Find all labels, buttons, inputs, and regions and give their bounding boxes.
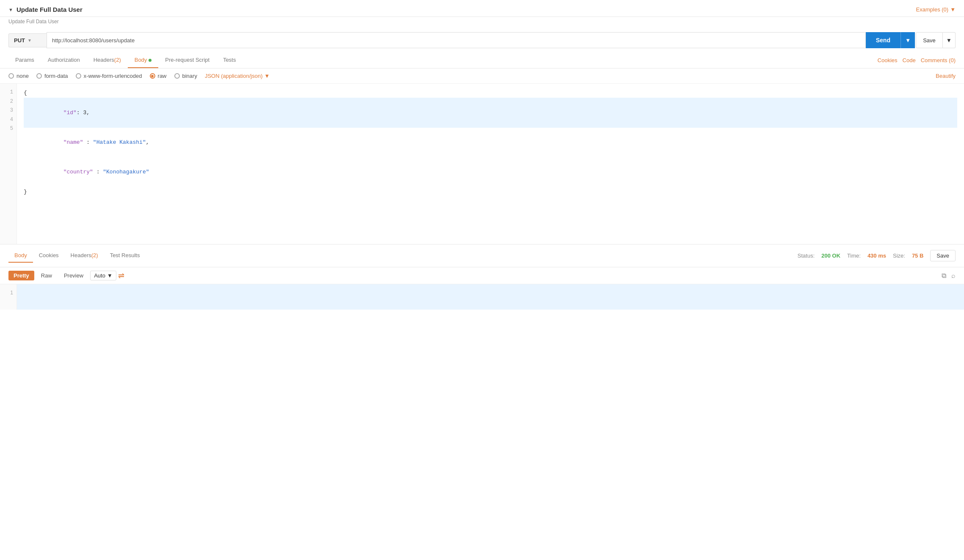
status-value: 200 OK — [821, 253, 840, 259]
radio-binary-circle — [174, 73, 180, 79]
save-dropdown-button[interactable]: ▼ — [943, 32, 956, 48]
response-body: 1 — [0, 284, 964, 310]
response-line-numbers: 1 — [0, 284, 17, 310]
collapse-arrow-icon[interactable]: ▼ — [8, 7, 13, 12]
resp-tab-test-results[interactable]: Test Results — [104, 249, 146, 263]
response-save-button[interactable]: Save — [930, 250, 956, 261]
tab-tests[interactable]: Tests — [216, 52, 242, 68]
code-line-5: } — [24, 187, 957, 197]
tab-params[interactable]: Params — [8, 52, 41, 68]
request-title-row: ▼ Update Full Data User — [8, 6, 83, 13]
response-format-right: ⧉ ⌕ — [942, 272, 956, 280]
response-code-content[interactable] — [17, 284, 964, 310]
code-link[interactable]: Code — [903, 57, 916, 63]
comments-link[interactable]: Comments (0) — [921, 57, 956, 63]
resp-tab-body[interactable]: Body — [8, 249, 33, 263]
code-content[interactable]: { "id": 3, "name" : "Hatake Kakashi", "c… — [17, 84, 964, 244]
resp-tab-headers[interactable]: Headers(2) — [65, 249, 104, 263]
tab-body[interactable]: Body — [128, 52, 159, 68]
code-line-4: "country" : "Konohagakure" — [24, 157, 957, 187]
send-btn-group: Send ▼ — [866, 32, 915, 48]
radio-raw[interactable]: raw — [150, 73, 167, 79]
cookies-link[interactable]: Cookies — [878, 57, 898, 63]
wrap-icon[interactable]: ⇌ — [118, 271, 124, 280]
method-select[interactable]: PUT ▼ — [8, 33, 47, 47]
response-tabs: Body Cookies Headers(2) Test Results — [8, 249, 146, 263]
tab-headers[interactable]: Headers(2) — [87, 52, 128, 68]
code-editor: 1 2 3 4 5 { "id": 3, "name" : "Hatake Ka… — [0, 84, 964, 244]
dropdown-arrow-icon: ▼ — [950, 6, 956, 13]
time-label: Time: — [847, 253, 861, 259]
request-title: Update Full Data User — [17, 6, 83, 13]
radio-form-data-circle — [36, 73, 42, 79]
send-button[interactable]: Send — [866, 32, 901, 48]
body-type-row: none form-data x-www-form-urlencoded raw… — [0, 69, 964, 84]
radio-urlencoded-circle — [76, 73, 81, 79]
method-label: PUT — [14, 37, 25, 44]
examples-button[interactable]: Examples (0) ▼ — [916, 6, 956, 13]
body-types: none form-data x-www-form-urlencoded raw… — [8, 73, 270, 79]
response-format-row: Pretty Raw Preview Auto ▼ ⇌ ⧉ ⌕ — [0, 267, 964, 284]
radio-none-circle — [8, 73, 14, 79]
status-label: Status: — [798, 253, 815, 259]
code-line-1: { — [24, 88, 957, 98]
save-button[interactable]: Save — [916, 32, 943, 48]
request-subtitle: Update Full Data User — [0, 17, 964, 28]
format-pretty-button[interactable]: Pretty — [8, 271, 34, 280]
auto-format-select[interactable]: Auto ▼ — [90, 271, 116, 280]
radio-form-data[interactable]: form-data — [36, 73, 68, 79]
format-preview-button[interactable]: Preview — [59, 271, 88, 280]
request-tabs-row: Params Authorization Headers(2) Body Pre… — [0, 52, 964, 69]
format-raw-button[interactable]: Raw — [36, 271, 57, 280]
radio-raw-circle — [150, 73, 155, 79]
resp-tab-cookies[interactable]: Cookies — [33, 249, 65, 263]
radio-binary[interactable]: binary — [174, 73, 197, 79]
radio-none[interactable]: none — [8, 73, 29, 79]
radio-urlencoded[interactable]: x-www-form-urlencoded — [76, 73, 142, 79]
time-value: 430 ms — [868, 253, 886, 259]
response-header: Body Cookies Headers(2) Test Results Sta… — [0, 244, 964, 267]
code-line-2: "id": 3, — [24, 98, 957, 127]
send-dropdown-button[interactable]: ▼ — [901, 32, 915, 48]
request-header: ▼ Update Full Data User Examples (0) ▼ — [0, 0, 964, 17]
json-type-select[interactable]: JSON (application/json) ▼ — [205, 73, 270, 79]
url-bar: PUT ▼ Send ▼ Save ▼ — [0, 28, 964, 52]
search-icon[interactable]: ⌕ — [951, 272, 956, 280]
body-active-dot — [149, 59, 151, 62]
tab-prerequest[interactable]: Pre-request Script — [158, 52, 216, 68]
method-dropdown-icon: ▼ — [28, 38, 32, 43]
json-type-dropdown-icon: ▼ — [264, 73, 270, 79]
response-status: Status: 200 OK Time: 430 ms Size: 75 B S… — [798, 250, 956, 261]
size-value: 75 B — [912, 253, 923, 259]
code-line-3: "name" : "Hatake Kakashi", — [24, 128, 957, 157]
tab-authorization[interactable]: Authorization — [41, 52, 87, 68]
line-numbers: 1 2 3 4 5 — [0, 84, 17, 244]
request-tabs-left: Params Authorization Headers(2) Body Pre… — [8, 52, 242, 68]
size-label: Size: — [893, 253, 905, 259]
auto-dropdown-icon: ▼ — [107, 272, 113, 279]
copy-icon[interactable]: ⧉ — [942, 272, 946, 280]
response-format-left: Pretty Raw Preview Auto ▼ ⇌ — [8, 271, 124, 280]
url-input[interactable] — [47, 32, 866, 48]
request-tabs-right: Cookies Code Comments (0) — [878, 57, 956, 63]
beautify-button[interactable]: Beautify — [936, 73, 956, 79]
save-btn-group: Save ▼ — [916, 32, 956, 48]
